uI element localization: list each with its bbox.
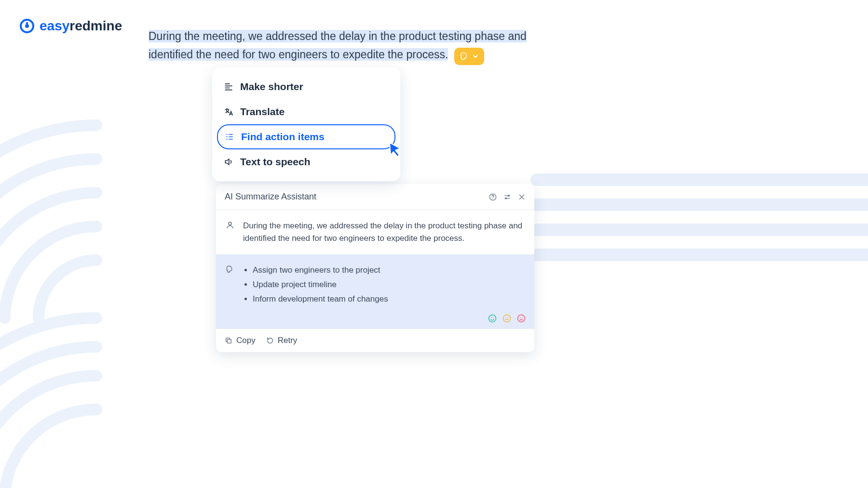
brand-logo-icon [19, 18, 35, 34]
brand-text-redmine: redmine [69, 18, 122, 33]
retry-label: Retry [278, 336, 298, 345]
selected-text-region: During the meeting, we addressed the del… [149, 27, 548, 65]
menu-label: Make shorter [240, 81, 303, 92]
svg-point-11 [503, 315, 511, 322]
cursor-pointer-icon [386, 140, 405, 159]
action-items-icon [225, 132, 234, 142]
svg-point-14 [518, 315, 525, 322]
copy-icon [225, 337, 232, 344]
copy-button[interactable]: Copy [225, 336, 256, 345]
shorten-icon [224, 82, 233, 92]
ai-head-icon [460, 52, 470, 61]
retry-button[interactable]: Retry [266, 336, 298, 345]
menu-item-text-to-speech[interactable]: Text to speech [217, 149, 395, 174]
brand-text-easy: easy [40, 18, 69, 33]
settings-sliders-icon[interactable] [503, 193, 511, 201]
feedback-row [488, 314, 526, 323]
list-item: Update project timeline [253, 278, 388, 291]
brand-logo: easyredmine [19, 18, 122, 34]
retry-icon [266, 337, 274, 344]
menu-label: Text to speech [240, 156, 310, 168]
svg-point-8 [489, 315, 496, 322]
ai-actions-menu: Make shorter Translate Find action items… [212, 67, 400, 181]
svg-point-2 [25, 24, 29, 28]
list-item: Assign two engineers to the project [253, 264, 388, 277]
ai-assistant-panel: AI Summarize Assistant [216, 184, 534, 352]
menu-item-find-action-items[interactable]: Find action items [217, 124, 395, 149]
svg-point-16 [522, 317, 523, 318]
ai-head-icon [226, 265, 234, 274]
assistant-title: AI Summarize Assistant [225, 192, 316, 202]
svg-point-3 [462, 54, 463, 55]
feedback-sad-icon[interactable] [517, 314, 526, 323]
assistant-footer: Copy Retry [216, 329, 534, 352]
feedback-happy-icon[interactable] [488, 314, 497, 323]
user-message-text: During the meeting, we addressed the del… [243, 220, 525, 245]
menu-item-translate[interactable]: Translate [217, 99, 395, 124]
svg-point-15 [520, 317, 521, 318]
chevron-down-icon [473, 53, 478, 59]
speaker-icon [224, 157, 233, 167]
help-icon[interactable] [489, 193, 497, 201]
list-item: Inform development team of changes [253, 293, 388, 305]
svg-point-9 [491, 317, 492, 318]
menu-label: Find action items [241, 131, 325, 143]
translate-icon [224, 107, 233, 117]
assistant-header: AI Summarize Assistant [216, 184, 534, 210]
svg-point-10 [493, 317, 494, 318]
svg-rect-17 [227, 339, 231, 343]
copy-label: Copy [236, 336, 256, 345]
ai-action-items-list: Assign two engineers to the project Upda… [243, 264, 388, 305]
feedback-neutral-icon[interactable] [502, 314, 511, 323]
menu-item-make-shorter[interactable]: Make shorter [217, 74, 395, 99]
assistant-ai-response: Assign two engineers to the project Upda… [216, 254, 534, 329]
ai-assist-badge-button[interactable] [454, 48, 484, 65]
svg-point-7 [229, 222, 231, 225]
bg-bars-decoration [530, 173, 868, 274]
menu-label: Translate [240, 106, 285, 118]
svg-point-12 [505, 317, 506, 318]
close-icon[interactable] [518, 193, 526, 201]
assistant-user-message: During the meeting, we addressed the del… [216, 210, 534, 254]
user-icon [226, 221, 234, 229]
svg-point-13 [508, 317, 509, 318]
